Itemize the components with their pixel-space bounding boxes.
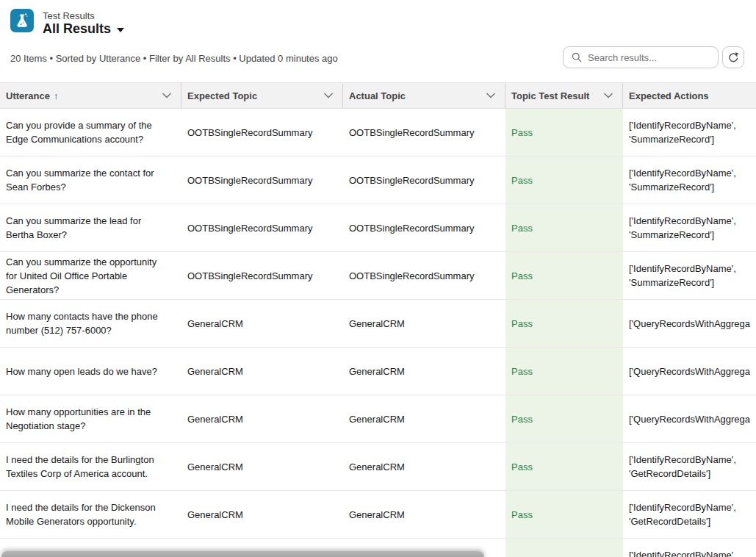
pass-badge: Pass: [511, 414, 533, 425]
table-row: I need the details for the Dickenson Mob…: [0, 491, 756, 539]
cell-expected-actions: ['QueryRecordsWithAggrega: [623, 395, 756, 442]
cell-expected-actions: ['IdentifyRecordByName', 'GetRecordDetai…: [623, 539, 756, 557]
cell-expected-topic: GeneralCRM: [181, 491, 343, 538]
table-header-row: Utterance ↑ Expected Topic Actual Topic …: [0, 82, 756, 109]
list-view-selector[interactable]: All Results: [43, 21, 124, 37]
cell-topic-test-result: Pass: [505, 443, 623, 490]
cell-expected-actions: ['IdentifyRecordByName', 'GetRecordDetai…: [623, 491, 756, 538]
cell-topic-test-result: Pass: [505, 300, 623, 347]
table-row: How many open leads do we have? GeneralC…: [0, 348, 756, 395]
column-label: Utterance: [6, 90, 50, 101]
cell-expected-actions: ['IdentifyRecordByName', 'SummarizeRecor…: [623, 204, 756, 251]
column-label: Actual Topic: [349, 90, 406, 101]
cell-utterance: Can you summarize the contact for Sean F…: [0, 157, 181, 204]
test-results-object-icon: [10, 9, 34, 32]
cell-topic-test-result: Pass: [505, 395, 623, 442]
table-body: Can you provide a summary of the Edge Co…: [0, 109, 756, 557]
cell-utterance: Can you provide a summary of the Edge Co…: [0, 109, 181, 156]
column-header-utterance[interactable]: Utterance ↑: [0, 83, 181, 108]
cell-topic-test-result: Pass: [505, 539, 623, 557]
search-box: [563, 46, 719, 68]
pass-badge: Pass: [511, 270, 533, 281]
pass-badge: Pass: [511, 175, 533, 186]
cell-actual-topic: OOTBSingleRecordSummary: [343, 109, 505, 156]
search-icon: [572, 52, 582, 62]
cell-utterance: I need the details for the Burlington Te…: [0, 443, 181, 490]
cell-actual-topic: GeneralCRM: [343, 348, 505, 395]
refresh-icon: [727, 51, 739, 63]
cell-topic-test-result: Pass: [505, 157, 623, 204]
page-header: Test Results All Results: [0, 0, 756, 44]
column-label: Expected Topic: [187, 90, 257, 101]
search-input[interactable]: [582, 52, 699, 63]
refresh-button[interactable]: [722, 46, 744, 68]
cell-topic-test-result: Pass: [505, 348, 623, 395]
cell-actual-topic: OOTBSingleRecordSummary: [343, 157, 505, 204]
cell-utterance: How many contacts have the phone number …: [0, 300, 181, 347]
cell-expected-topic: OOTBSingleRecordSummary: [181, 157, 343, 204]
cell-actual-topic: GeneralCRM: [343, 443, 505, 490]
cell-expected-topic: GeneralCRM: [181, 443, 343, 490]
column-label: Expected Actions: [629, 90, 709, 101]
pass-badge: Pass: [511, 318, 533, 329]
list-summary: 20 Items • Sorted by Utterance • Filter …: [10, 53, 338, 64]
column-label: Topic Test Result: [511, 90, 589, 101]
entity-label: Test Results: [43, 10, 95, 21]
table-row: Can you summarize the opportunity for Un…: [0, 252, 756, 300]
table-row: Can you provide a summary of the Edge Co…: [0, 109, 756, 157]
cell-expected-topic: GeneralCRM: [181, 300, 343, 347]
chevron-down-icon[interactable]: [603, 93, 613, 98]
cell-expected-actions: ['IdentifyRecordByName', 'SummarizeRecor…: [623, 252, 756, 299]
cell-expected-topic: OOTBSingleRecordSummary: [181, 204, 343, 251]
cell-utterance: Can you summarize the lead for Bertha Bo…: [0, 204, 181, 251]
cell-utterance: How many opportunities are in the Negoti…: [0, 395, 181, 442]
cell-topic-test-result: Pass: [505, 491, 623, 538]
table-row: Can you summarize the contact for Sean F…: [0, 157, 756, 204]
cell-actual-topic: OOTBSingleRecordSummary: [343, 252, 505, 299]
table-row: Can you summarize the lead for Bertha Bo…: [0, 204, 756, 252]
cell-expected-actions: ['IdentifyRecordByName', 'SummarizeRecor…: [623, 157, 756, 204]
pass-badge: Pass: [511, 509, 533, 520]
pass-badge: Pass: [511, 461, 533, 472]
cell-expected-actions: ['QueryRecordsWithAggrega: [623, 300, 756, 347]
chevron-down-icon[interactable]: [486, 93, 496, 98]
cell-actual-topic: GeneralCRM: [343, 300, 505, 347]
results-table: Utterance ↑ Expected Topic Actual Topic …: [0, 82, 756, 557]
cell-expected-actions: ['QueryRecordsWithAggrega: [623, 348, 756, 395]
chevron-down-icon[interactable]: [323, 93, 334, 98]
cell-expected-topic: GeneralCRM: [181, 348, 343, 395]
list-view-name: All Results: [43, 21, 111, 37]
table-row: I need the details for the Burlington Te…: [0, 443, 756, 491]
cell-topic-test-result: Pass: [505, 252, 623, 299]
cell-utterance: How many open leads do we have?: [0, 348, 181, 395]
horizontal-scrollbar-thumb[interactable]: [1, 551, 484, 557]
column-header-actual-topic[interactable]: Actual Topic: [343, 83, 505, 108]
flask-icon: [14, 12, 30, 29]
cell-expected-topic: OOTBSingleRecordSummary: [181, 109, 343, 156]
table-row: How many contacts have the phone number …: [0, 300, 756, 348]
column-header-topic-test-result[interactable]: Topic Test Result: [505, 83, 623, 108]
pass-badge: Pass: [511, 366, 533, 377]
cell-topic-test-result: Pass: [505, 109, 623, 156]
cell-expected-actions: ['IdentifyRecordByName', 'SummarizeRecor…: [623, 109, 756, 156]
cell-expected-topic: GeneralCRM: [181, 395, 343, 442]
column-header-expected-topic[interactable]: Expected Topic: [181, 83, 343, 108]
cell-utterance: I need the details for the Dickenson Mob…: [0, 491, 181, 538]
cell-actual-topic: GeneralCRM: [343, 491, 505, 538]
caret-down-icon: [117, 28, 124, 32]
cell-actual-topic: GeneralCRM: [343, 395, 505, 442]
cell-actual-topic: OOTBSingleRecordSummary: [343, 204, 505, 251]
pass-badge: Pass: [511, 223, 533, 234]
cell-topic-test-result: Pass: [505, 204, 623, 251]
pass-badge: Pass: [511, 127, 533, 138]
cell-expected-topic: OOTBSingleRecordSummary: [181, 252, 343, 299]
chevron-down-icon[interactable]: [162, 93, 172, 98]
column-header-expected-actions[interactable]: Expected Actions: [623, 83, 756, 108]
cell-utterance: Can you summarize the opportunity for Un…: [0, 252, 181, 299]
table-row: How many opportunities are in the Negoti…: [0, 395, 756, 443]
cell-expected-actions: ['IdentifyRecordByName', 'GetRecordDetai…: [623, 443, 756, 490]
sort-ascending-icon: ↑: [54, 90, 59, 101]
